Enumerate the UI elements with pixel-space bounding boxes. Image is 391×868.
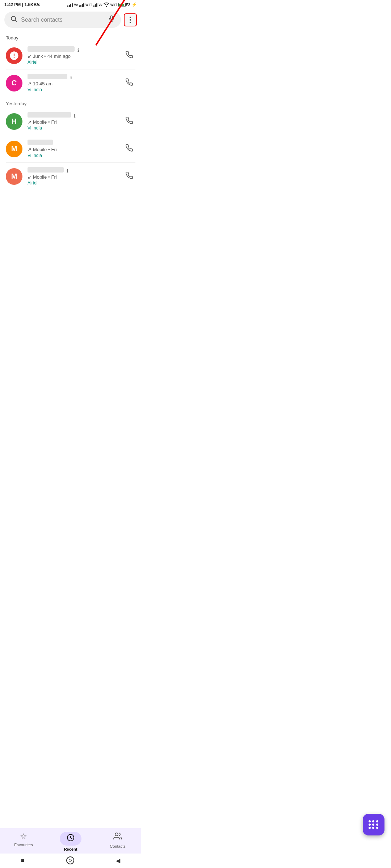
call-type: Mobile • bbox=[33, 174, 50, 180]
list-item[interactable]: M ↗ Mobile • Fri Vi India bbox=[0, 135, 141, 162]
call-info: ℹ ↙ Mobile • Fri Airtel bbox=[28, 167, 118, 186]
call-button[interactable] bbox=[123, 48, 135, 63]
call-direction-icon: ↗ bbox=[28, 81, 31, 86]
call-day: Fri bbox=[51, 147, 56, 152]
svg-line-1 bbox=[15, 20, 17, 22]
call-network: Vi India bbox=[28, 87, 118, 92]
call-meta: ↗ Mobile • Fri bbox=[28, 119, 118, 125]
avatar: H bbox=[6, 113, 22, 130]
avatar bbox=[6, 47, 22, 64]
call-meta: ↗ 10:45 am bbox=[28, 81, 118, 86]
call-button[interactable] bbox=[123, 114, 135, 128]
avatar: M bbox=[6, 168, 22, 185]
call-network: Vi India bbox=[28, 125, 118, 131]
verified-icon: ℹ bbox=[70, 75, 72, 80]
section-header-yesterday: Yesterday bbox=[0, 97, 141, 108]
call-type: Mobile • bbox=[33, 119, 50, 125]
call-direction-icon: ↗ bbox=[28, 147, 31, 152]
call-meta: ↙ Mobile • Fri bbox=[28, 174, 118, 180]
call-info: ↗ Mobile • Fri Vi India bbox=[28, 140, 118, 158]
status-time: 1:42 PM | 1.5KB/s bbox=[4, 2, 40, 7]
verified-icon: ℹ bbox=[74, 114, 76, 119]
call-network: Airtel bbox=[28, 180, 118, 186]
call-direction-icon: ↗ bbox=[28, 119, 31, 125]
call-info: ℹ ↙ Junk • 44 min ago Airtel bbox=[28, 46, 118, 65]
call-time: 10:45 am bbox=[33, 81, 52, 86]
list-item[interactable]: M ℹ ↙ Mobile • Fri Airtel bbox=[0, 163, 141, 190]
call-info: ℹ ↗ 10:45 am Vi India bbox=[28, 74, 118, 92]
call-network: Vi India bbox=[28, 153, 118, 158]
call-day: Fri bbox=[51, 119, 56, 125]
call-meta: ↙ Junk • 44 min ago bbox=[28, 54, 118, 59]
call-direction-icon: ↙ bbox=[28, 174, 31, 180]
avatar: C bbox=[6, 75, 22, 92]
verified-icon: ℹ bbox=[67, 169, 68, 174]
svg-line-6 bbox=[96, 0, 128, 45]
search-icon bbox=[10, 15, 17, 24]
call-time: 44 min ago bbox=[47, 54, 71, 59]
list-item[interactable]: H ℹ ↗ Mobile • Fri Vi India bbox=[0, 108, 141, 135]
contact-name-blurred bbox=[28, 74, 67, 79]
call-network: Airtel bbox=[28, 60, 118, 65]
warning-icon bbox=[9, 51, 19, 61]
avatar: M bbox=[6, 141, 22, 157]
contact-name-blurred bbox=[28, 167, 64, 173]
call-meta: ↗ Mobile • Fri bbox=[28, 147, 118, 152]
call-type: Mobile • bbox=[33, 147, 50, 152]
call-day: Fri bbox=[51, 174, 56, 180]
call-button[interactable] bbox=[123, 76, 135, 90]
contact-name-blurred bbox=[28, 112, 71, 118]
call-button[interactable] bbox=[123, 169, 135, 183]
call-type: Junk • bbox=[33, 54, 46, 59]
contact-name-blurred bbox=[28, 140, 53, 145]
list-item[interactable]: C ℹ ↗ 10:45 am Vi India bbox=[0, 69, 141, 97]
call-direction-icon: ↙ bbox=[28, 54, 31, 59]
call-info: ℹ ↗ Mobile • Fri Vi India bbox=[28, 112, 118, 131]
call-log-content: Today ℹ ↙ Junk • 44 min ago Airtel bbox=[0, 31, 141, 248]
call-button[interactable] bbox=[123, 142, 135, 156]
